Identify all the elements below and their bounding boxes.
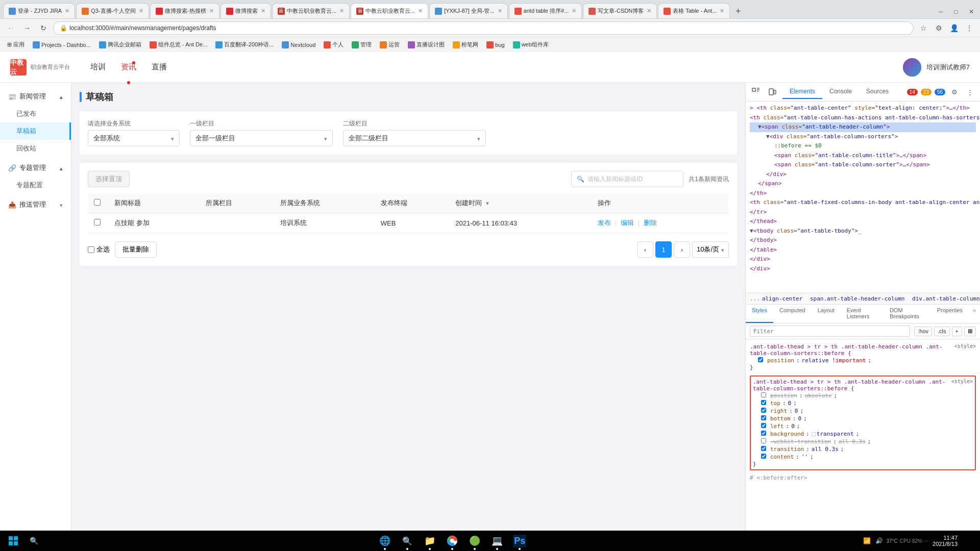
tab-antd-table[interactable]: 表格 Table - Ant... ✕	[658, 3, 730, 18]
dom-line[interactable]: </div>	[750, 264, 976, 274]
bookmark-apps[interactable]: ⊞ 应用	[4, 40, 28, 49]
selector-align-center[interactable]: align-center	[762, 295, 802, 302]
search-input-wrapper[interactable]: 🔍 请输入新闻标题或ID	[571, 171, 683, 187]
page-size-select[interactable]: 10条/页	[692, 241, 729, 258]
dom-line[interactable]: <th class="ant-table-fixed-columns-in-bo…	[750, 198, 976, 208]
action-publish[interactable]: 发布	[598, 219, 611, 227]
taskbar-app-5[interactable]: 🟢	[464, 531, 485, 551]
tab-close-icon[interactable]: ✕	[572, 8, 576, 14]
tab-close-icon[interactable]: ✕	[418, 8, 423, 14]
tab-close-icon[interactable]: ✕	[209, 8, 214, 14]
page-1-button[interactable]: 1	[655, 241, 672, 258]
style-filter-input[interactable]	[750, 325, 910, 337]
style-prop-checkbox-2[interactable]	[761, 392, 766, 397]
dom-line[interactable]: </tbody>	[750, 236, 976, 245]
devtools-tab-elements[interactable]: Elements	[782, 85, 822, 99]
dom-line[interactable]: </table>	[750, 245, 976, 255]
style-prop-checkbox-3[interactable]	[761, 400, 766, 405]
dom-line-highlighted[interactable]: ▼<span class="ant-table-header-column">	[750, 122, 976, 132]
taskbar-app-chrome[interactable]	[442, 531, 462, 551]
prev-page-button[interactable]: ‹	[637, 241, 653, 258]
tab-close-icon[interactable]: ✕	[139, 8, 143, 14]
address-bar[interactable]: 🔒 localhost:3000/#/main/newsmanagement/p…	[53, 21, 914, 35]
sidebar-item-topic-config[interactable]: 专题配置	[0, 177, 71, 194]
tab-antd-sort[interactable]: antd table 排序#... ✕	[509, 3, 582, 18]
dom-line[interactable]: </div>	[750, 170, 976, 180]
style-tab-more[interactable]: »	[969, 305, 980, 323]
selector-header-column[interactable]: span.ant-table-header-column	[810, 295, 904, 302]
reload-button[interactable]: ↻	[37, 21, 50, 35]
dom-line[interactable]: <span class="ant-table-column-title">…</…	[750, 151, 976, 161]
filter-level1-select[interactable]: 全部一级栏目	[190, 130, 333, 146]
close-window-button[interactable]: ✕	[965, 5, 978, 18]
taskbar-app-ps[interactable]: Ps	[509, 531, 530, 551]
tab-weibo-hot[interactable]: 微博搜索-热搜榜 ✕	[150, 3, 219, 18]
bookmark-nextcloud[interactable]: Nextcloud	[279, 40, 318, 49]
bookmark-projects[interactable]: Projects - Dashbo...	[30, 40, 94, 49]
bookmark-personal[interactable]: 个人	[321, 40, 347, 49]
taskbar-app-ie[interactable]: 🌐	[375, 531, 395, 551]
nav-training[interactable]: 培训	[90, 60, 106, 74]
sidebar-item-recycle[interactable]: 回收站	[0, 140, 71, 157]
bookmark-bug[interactable]: bug	[483, 40, 507, 49]
dom-line[interactable]: > <th class="ant-table-center" style="te…	[750, 104, 976, 113]
extensions-button[interactable]: ⚙	[932, 21, 945, 35]
bookmark-ops[interactable]: 运营	[377, 40, 403, 49]
tab-close-icon[interactable]: ✕	[498, 8, 502, 14]
toggle-style-button[interactable]: ⊞	[964, 327, 976, 336]
tab-login[interactable]: 登录 - ZJYD JIRA ✕	[3, 3, 75, 18]
style-tab-events[interactable]: Event Listeners	[841, 305, 884, 323]
devtools-settings-button[interactable]: ⚙	[948, 86, 961, 98]
menu-button[interactable]: ⋮	[963, 21, 976, 35]
tray-more[interactable]: ···	[924, 538, 928, 544]
inspect-element-button[interactable]	[750, 86, 762, 98]
header-checkbox[interactable]	[94, 199, 101, 206]
tab-close-icon[interactable]: ✕	[65, 8, 69, 14]
next-page-button[interactable]: ›	[674, 241, 690, 258]
dom-line[interactable]: <span class="ant-table-column-sorter">…<…	[750, 160, 976, 170]
style-prop-checkbox-6[interactable]	[761, 423, 766, 428]
tray-icon-1[interactable]: 📶	[862, 536, 872, 546]
tab-weibo[interactable]: 微博搜索 ✕	[220, 3, 271, 18]
tab-q3[interactable]: Q3-直播-个人空间 ✕	[76, 3, 149, 18]
sidebar-section-header-news[interactable]: 📰 新闻管理	[0, 88, 71, 105]
style-prop-checkbox-10[interactable]	[761, 454, 766, 459]
style-tab-properties[interactable]: Properties	[931, 305, 969, 323]
dom-line[interactable]: </th>	[750, 189, 976, 198]
dom-line[interactable]: <th class="ant-table-column-has-actions …	[750, 113, 976, 123]
style-tab-computed[interactable]: Computed	[773, 305, 812, 323]
nav-live[interactable]: 直播	[152, 60, 167, 74]
maximize-button[interactable]: □	[949, 5, 963, 18]
style-prop-checkbox-5[interactable]	[761, 415, 766, 420]
dom-line[interactable]: </tr>	[750, 208, 976, 217]
bookmark-web-components[interactable]: web组件库	[510, 40, 552, 49]
tab-close-icon[interactable]: ✕	[339, 8, 344, 14]
start-button[interactable]	[4, 532, 22, 550]
tab-close-icon[interactable]: ✕	[720, 8, 724, 14]
style-prop-checkbox-9[interactable]	[761, 446, 766, 451]
style-prop-checkbox-4[interactable]	[761, 408, 766, 413]
tab-close-icon[interactable]: ✕	[261, 8, 265, 14]
tab-zj1[interactable]: 云 中教云职业教育云... ✕	[272, 3, 350, 18]
select-top-button[interactable]: 选择置顶	[88, 171, 130, 187]
style-tab-styles[interactable]: Styles	[746, 305, 773, 323]
profile-button[interactable]: 👤	[947, 21, 961, 35]
row-checkbox[interactable]	[94, 219, 101, 226]
bookmark-antd[interactable]: 组件总览 - Ant De...	[146, 40, 211, 49]
sidebar-section-header-push[interactable]: 📤 推送管理	[0, 196, 71, 213]
select-all-checkbox[interactable]	[88, 246, 94, 253]
filter-system-select[interactable]: 全部系统	[88, 130, 180, 146]
batch-delete-button[interactable]: 批量删除	[115, 241, 157, 258]
dom-line[interactable]: ▼<div class="ant-table-column-sorters">	[750, 132, 976, 142]
devtools-tab-sources[interactable]: Sources	[859, 85, 896, 99]
minimize-button[interactable]: ─	[934, 5, 947, 18]
style-tab-layout[interactable]: Layout	[812, 305, 841, 323]
tray-icon-2[interactable]: 🔊	[874, 536, 884, 546]
nav-news[interactable]: 资讯	[121, 60, 136, 74]
dom-line[interactable]: ▼<tbody class="ant-table-tbody">_	[750, 227, 976, 236]
taskbar-app-vs[interactable]: 💻	[487, 531, 507, 551]
taskbar-app-files[interactable]: 📁	[420, 531, 440, 551]
device-toggle-button[interactable]	[766, 86, 778, 98]
bookmark-baidu-trans[interactable]: 百度翻译-200种语...	[212, 40, 277, 49]
bookmark-fenbiwang[interactable]: 粉笔网	[450, 40, 481, 49]
